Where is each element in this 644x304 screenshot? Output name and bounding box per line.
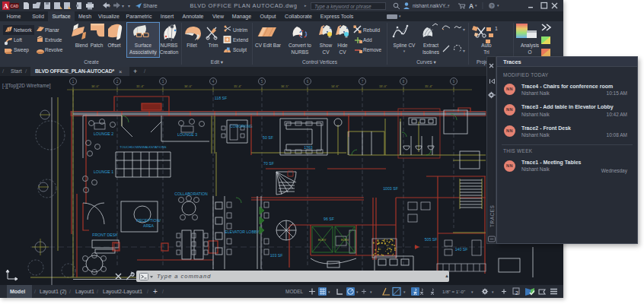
svg-text:8: 8 — [403, 80, 405, 84]
svg-text:▾: ▾ — [492, 290, 494, 294]
svg-text:COWORKING: COWORKING — [230, 125, 253, 128]
svg-text:COLLABORATION: COLLABORATION — [174, 192, 208, 196]
svg-text:15'-4": 15'-4" — [234, 84, 242, 88]
svg-text:6: 6 — [307, 80, 309, 84]
svg-text:ELEVATOR LOBBY: ELEVATOR LOBBY — [225, 230, 260, 234]
svg-text:▾: ▾ — [108, 4, 110, 8]
svg-text:9: 9 — [453, 80, 455, 84]
svg-text:▾: ▾ — [403, 290, 406, 294]
svg-text:FRONT DESK: FRONT DESK — [92, 233, 118, 237]
svg-text:96 SF: 96 SF — [324, 217, 334, 221]
svg-text:▾: ▾ — [463, 49, 465, 53]
svg-text:7: 7 — [362, 80, 364, 84]
svg-text:1: 1 — [72, 80, 75, 84]
svg-text:▾: ▾ — [475, 3, 477, 8]
svg-text:A: A — [469, 2, 473, 10]
svg-text:4: 4 — [212, 80, 215, 84]
svg-text:TRACES: TRACES — [489, 204, 495, 227]
svg-text:▾: ▾ — [122, 4, 124, 8]
svg-text:3: 3 — [162, 80, 164, 84]
svg-text:16'-5": 16'-5" — [281, 84, 289, 88]
svg-text:1: 1 — [495, 26, 498, 31]
svg-text:▾: ▾ — [497, 3, 499, 8]
svg-text:[-][Top][2D Wireframe]: [-][Top][2D Wireframe] — [2, 83, 51, 89]
svg-text:TOUCHDOWN/WALKSTATIONS: TOUCHDOWN/WALKSTATIONS — [120, 145, 166, 149]
svg-text:16'-0": 16'-0" — [91, 84, 100, 88]
svg-text:LOUNGE 3: LOUNGE 3 — [177, 132, 197, 137]
svg-text:Share: Share — [143, 3, 158, 8]
svg-text:▾: ▾ — [328, 290, 330, 294]
svg-text:ELEV: ELEV — [318, 238, 327, 242]
svg-text:15'-4": 15'-4" — [425, 84, 433, 88]
svg-text:CAD: CAD — [10, 4, 18, 8]
svg-text:LOUNGE 1: LOUNGE 1 — [94, 169, 113, 174]
svg-text:ELEV: ELEV — [341, 238, 349, 242]
svg-text:50 SF: 50 SF — [263, 135, 273, 140]
svg-text:2: 2 — [515, 290, 518, 296]
svg-text:103 SF: 103 SF — [270, 253, 283, 258]
svg-text:A: A — [4, 2, 9, 10]
svg-text:70 SF: 70 SF — [263, 161, 274, 166]
svg-text:▾: ▾ — [370, 290, 372, 294]
svg-text:118 SF: 118 SF — [215, 96, 227, 100]
svg-text:15'-4": 15'-4" — [136, 84, 145, 88]
svg-text:?: ? — [490, 4, 493, 8]
svg-text:1763: 1763 — [304, 145, 313, 150]
svg-text:▾: ▾ — [356, 290, 359, 294]
svg-text:505 SF: 505 SF — [425, 237, 438, 242]
svg-text:▾: ▾ — [471, 290, 473, 294]
svg-text:▾: ▾ — [463, 27, 465, 32]
svg-text:MODEL: MODEL — [285, 289, 304, 294]
svg-text:5: 5 — [261, 80, 263, 84]
svg-text:nishant.naikVY...: nishant.naikVY... — [413, 3, 449, 8]
svg-text:RECEPTION/: RECEPTION/ — [136, 218, 161, 223]
svg-text:LOUNGE 2: LOUNGE 2 — [94, 131, 113, 136]
svg-text:1003 SF: 1003 SF — [383, 186, 398, 191]
svg-text:▾: ▾ — [128, 4, 130, 8]
svg-text:AREA: AREA — [143, 223, 155, 228]
svg-text:16'-0": 16'-0" — [184, 84, 193, 88]
svg-text:1/8" = 1'-0": 1/8" = 1'-0" — [442, 289, 465, 294]
svg-text:13'-0": 13'-0" — [379, 84, 387, 88]
svg-text:▾: ▾ — [448, 3, 450, 8]
svg-text:140 SF: 140 SF — [455, 247, 468, 252]
svg-text:2: 2 — [116, 80, 119, 84]
svg-text:14'-6": 14'-6" — [331, 84, 340, 88]
